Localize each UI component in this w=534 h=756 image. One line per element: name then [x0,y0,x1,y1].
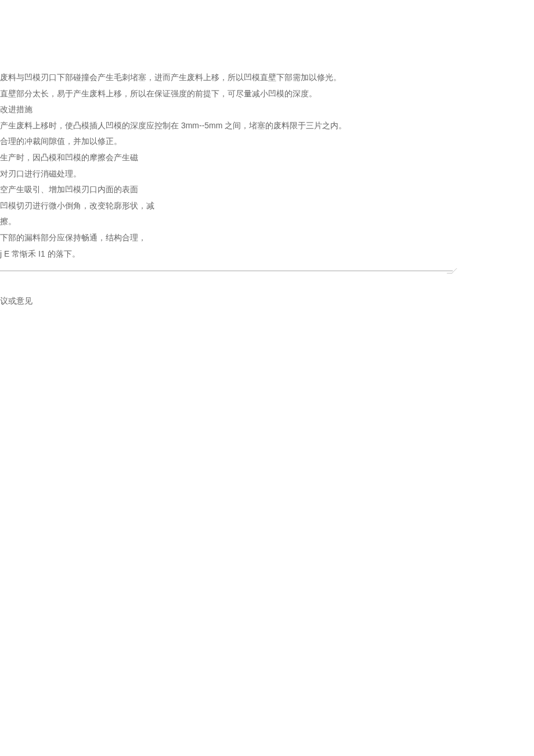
divider [0,271,453,271]
text-line: 产生废料上移时，使凸模插人凹模的深度应控制在 3mm--5mm 之间，堵塞的废料… [0,118,453,134]
text-line: 合理的冲裁间隙值，并加以修正。 [0,134,453,149]
section-heading: 议或意见 [0,293,453,309]
document-content: 废料与凹模刃口下部碰撞会产生毛刺堵塞，进而产生废料上移，所以凹模直壁下部需加以修… [0,0,453,309]
text-line: 下部的漏料部分应保持畅通，结构合理， [0,230,453,246]
text-line: 废料与凹模刃口下部碰撞会产生毛刺堵塞，进而产生废料上移，所以凹模直壁下部需加以修… [0,70,453,85]
text-line: 改进措施 [0,102,453,117]
text-line: 空产生吸引、增加凹模刃口内面的表面 [0,182,453,197]
text-line: 直壁部分太长，易于产生废料上移，所以在保证强度的前提下，可尽量减小凹模的深度。 [0,86,453,102]
text-line: 凹模切刃进行微小倒角，改变轮廓形状，减 [0,198,453,214]
text-line: j E 常惭禾 I1 的落下。 [0,246,453,262]
text-line: 擦。 [0,214,453,229]
text-line: 对刃口进行消磁处理。 [0,166,453,182]
text-line: 生产时，因凸模和凹模的摩擦会产生磁 [0,150,453,165]
